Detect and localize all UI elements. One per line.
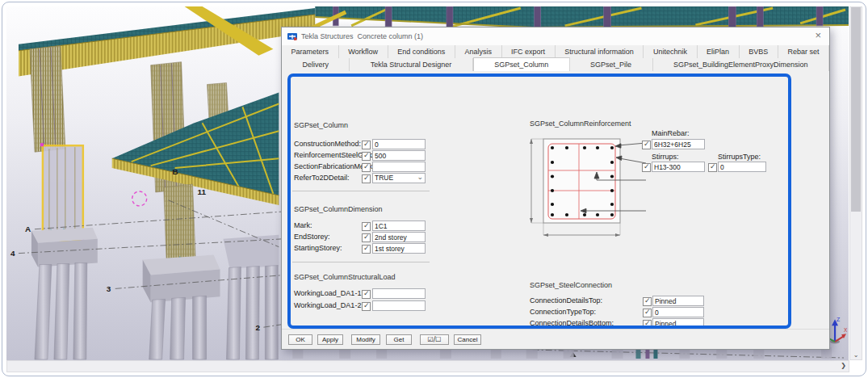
selection-handle — [40, 143, 44, 146]
tab-sgpset-buildingelementproxydimension[interactable]: SGPset_BuildingElementProxyDimension — [653, 58, 829, 71]
connection-details-top-field[interactable] — [652, 296, 704, 306]
field-label: WorkingLoad_DA1-1: — [294, 289, 363, 297]
connection-details-bottom-field[interactable] — [652, 318, 704, 329]
checkbox[interactable] — [643, 320, 652, 329]
field-label: ConnectionDetailsBottom: — [530, 319, 614, 327]
tekla-logo-icon — [287, 32, 297, 41]
dialog-body: SGPset_Column ConstructionMethod: Reinfo… — [282, 71, 829, 330]
tab-delivery[interactable]: Delivery — [282, 58, 350, 71]
dialog-titlebar[interactable]: Tekla Structures Concrete column (1) × — [282, 27, 829, 46]
scroll-down-icon[interactable]: ⌄ — [850, 351, 862, 359]
apply-button[interactable]: Apply — [317, 334, 343, 345]
checkbox[interactable] — [642, 141, 651, 149]
field-label: ConstructionMethod: — [294, 140, 361, 148]
grid-label-4: 4 — [10, 249, 15, 258]
stirrups-type-field[interactable] — [718, 162, 766, 172]
main-rebar-label: MainRebar: — [652, 129, 690, 137]
tekla-property-dialog: Tekla Structures Concrete column (1) × P… — [281, 27, 830, 350]
section-title-steel-connection: SGPset_SteelConnection — [530, 281, 612, 289]
checkbox[interactable] — [362, 302, 371, 311]
mid-slab — [112, 93, 279, 205]
checkbox[interactable] — [362, 233, 371, 242]
tab-bvbs[interactable]: BVBS — [740, 45, 778, 58]
field-label: Mark: — [294, 221, 312, 229]
checkbox[interactable] — [362, 245, 371, 254]
field-label: ConnectionTypeTop: — [530, 308, 596, 316]
vertical-scrollbar[interactable]: ⌄ — [849, 6, 862, 360]
scroll-right-icon[interactable]: ❯ — [841, 362, 846, 369]
section-title-reinforcement: SGPset_ColumnReinforcement — [530, 120, 631, 128]
starting-storey-field[interactable] — [372, 243, 426, 254]
tab-end-conditions[interactable]: End conditions — [388, 45, 455, 58]
axis-z-label: Z — [837, 317, 841, 322]
field-label: StartingStorey: — [294, 244, 342, 252]
checkbox[interactable] — [643, 297, 652, 306]
tab-workflow[interactable]: Workflow — [339, 45, 388, 58]
close-icon[interactable]: × — [815, 30, 821, 40]
field-label: EndStorey: — [294, 233, 330, 241]
checkbox[interactable] — [362, 222, 371, 231]
dialog-title: Tekla Structures Concrete column (1) — [301, 32, 423, 40]
tab-eliplan[interactable]: EliPlan — [698, 45, 740, 58]
stirrups-type-label: StirrupsType: — [718, 153, 761, 161]
stirrups-label: Stirrups: — [652, 153, 679, 161]
snap-circle-indicator — [132, 191, 147, 206]
screenshot-frame: A 4 3 2 11 B — [2, 2, 866, 376]
checkbox[interactable] — [708, 163, 717, 172]
select-value: TRUE — [375, 174, 393, 182]
toggle-checkboxes-button[interactable]: ☑/☐ — [420, 334, 449, 345]
upper-slab — [315, 6, 849, 28]
main-rebar-field[interactable] — [652, 139, 705, 149]
get-button[interactable]: Get — [386, 334, 412, 345]
field-label: ConnectionDetailsTop: — [530, 296, 602, 304]
checkbox[interactable] — [642, 163, 651, 172]
tab-analysis[interactable]: Analysis — [455, 45, 502, 58]
tab-sgpset-pile[interactable]: SGPset_Pile — [570, 58, 653, 71]
refer-to-2d-detail-select[interactable]: TRUE ⌄ — [372, 173, 426, 183]
chevron-down-icon: ⌄ — [417, 173, 423, 182]
tab-row-2: Delivery Tekla Structural Designer SGPse… — [282, 58, 829, 72]
tab-structural-information[interactable]: Structural information — [556, 45, 644, 58]
grid-label-11: 11 — [198, 187, 207, 196]
tab-unitechnik[interactable]: Unitechnik — [644, 45, 697, 58]
tab-rebar-set[interactable]: Rebar set — [778, 45, 829, 58]
section-title-structural-load: SGPset_ColumnStructuralLoad — [294, 273, 396, 281]
separator — [292, 191, 430, 191]
section-title-column: SGPset_Column — [294, 121, 348, 129]
tab-parameters[interactable]: Parameters — [282, 45, 339, 58]
field-label: ReferTo2DDetail: — [294, 174, 350, 182]
axis-x-label: X — [844, 327, 848, 333]
checkbox[interactable] — [362, 290, 371, 299]
field-label: WorkingLoad_DA1-2: — [294, 301, 363, 309]
checkbox[interactable] — [362, 174, 371, 183]
stirrups-field[interactable] — [652, 162, 705, 172]
cancel-button[interactable]: Cancel — [454, 334, 481, 345]
section-fabrication-method-field[interactable] — [372, 162, 426, 172]
grid-label-3: 3 — [107, 284, 111, 293]
checkbox[interactable] — [362, 163, 371, 172]
grid-label-b: B — [173, 167, 178, 176]
working-load-da1-1-field[interactable] — [372, 288, 426, 299]
tab-sgpset-column[interactable]: SGPset_Column — [473, 57, 570, 71]
checkbox[interactable] — [362, 152, 371, 161]
tab-tekla-structural-designer[interactable]: Tekla Structural Designer — [350, 58, 472, 71]
end-storey-field[interactable] — [372, 232, 426, 242]
column-cross-section-diagram — [526, 132, 648, 242]
modify-button[interactable]: Modify — [351, 334, 380, 345]
working-load-da1-2-field[interactable] — [372, 300, 426, 311]
checkbox[interactable] — [362, 141, 371, 149]
checkbox[interactable] — [643, 309, 652, 317]
grid-label-2: 2 — [255, 323, 260, 332]
separator — [292, 262, 430, 262]
vertical-scrollbar-thumb[interactable] — [851, 7, 861, 212]
grid-label-a: A — [25, 225, 31, 233]
section-title-dimension: SGPset_ColumnDimension — [294, 205, 383, 213]
connection-type-top-field[interactable] — [652, 307, 704, 317]
construction-method-field[interactable] — [372, 139, 426, 149]
horizontal-scrollbar[interactable]: ❯ — [6, 360, 849, 372]
ok-button[interactable]: OK — [288, 334, 312, 345]
tab-ifc-export[interactable]: IFC export — [502, 45, 556, 58]
reinforcement-steel-grade-field[interactable] — [372, 150, 426, 161]
selected-column[interactable] — [40, 143, 84, 241]
mark-field[interactable] — [372, 220, 426, 231]
